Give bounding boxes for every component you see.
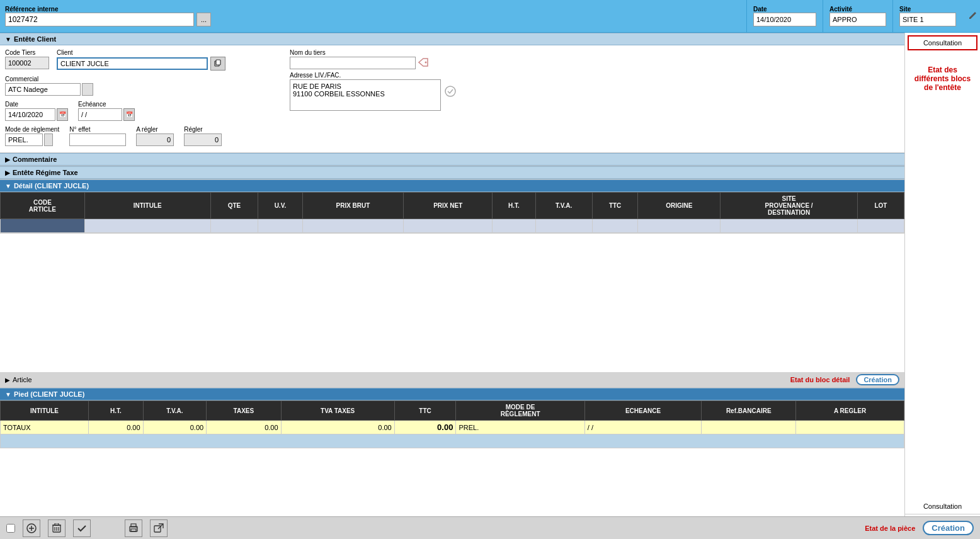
- regler-input[interactable]: [184, 133, 222, 146]
- client-input[interactable]: [57, 57, 208, 70]
- pied-ttc-val: 0.00: [394, 421, 456, 434]
- col-tva: T.V.A.: [535, 193, 592, 219]
- svg-point-3: [445, 86, 455, 96]
- echeance-picker-button[interactable]: 📅: [123, 108, 135, 121]
- echeance-label: Echéance: [78, 101, 135, 108]
- code-tiers-input[interactable]: [5, 57, 49, 69]
- a-regler-group: A régler: [136, 126, 174, 146]
- validate-button[interactable]: [73, 519, 91, 537]
- cell-qte[interactable]: [210, 219, 258, 233]
- trash-icon: [52, 523, 61, 533]
- a-regler-input[interactable]: [136, 133, 174, 146]
- print-button[interactable]: [125, 519, 142, 537]
- cell-prix-brut[interactable]: [302, 219, 404, 233]
- pied-col-tva: T.V.A.: [143, 401, 207, 421]
- pied-ref-banc-val: [702, 421, 796, 434]
- svg-rect-17: [154, 526, 161, 532]
- regime-title: Entête Régime Taxe: [13, 169, 78, 176]
- pied-col-ht: H.T.: [89, 401, 144, 421]
- code-tiers-group: Code Tiers: [5, 49, 49, 69]
- regime-arrow[interactable]: ▶: [5, 169, 10, 176]
- bottom-checkbox[interactable]: [6, 524, 15, 533]
- pied-totaux-label: TOTAUX: [1, 421, 89, 434]
- tag-icon: [418, 58, 430, 67]
- entete-client-title: Entête Client: [14, 35, 56, 43]
- add-button[interactable]: [23, 519, 40, 537]
- cell-prix-net[interactable]: [404, 219, 493, 233]
- commercial-input[interactable]: [5, 83, 81, 96]
- activite-label: Activité: [829, 6, 886, 13]
- svg-point-2: [425, 62, 427, 64]
- copy-icon: [214, 59, 222, 67]
- site-input[interactable]: [899, 13, 956, 26]
- cell-site[interactable]: [721, 219, 857, 233]
- article-title: Article: [13, 376, 32, 383]
- svg-rect-1: [216, 60, 220, 65]
- col-prix-brut: PRIX BRUT: [302, 193, 404, 219]
- pied-col-intitule: INTITULE: [1, 401, 89, 421]
- creation-badge-article[interactable]: Création: [856, 374, 899, 385]
- cell-lot[interactable]: [857, 219, 904, 233]
- commentaire-section: ▶ Commentaire: [0, 153, 904, 166]
- export-button[interactable]: [150, 519, 168, 537]
- col-lot: LOT: [857, 193, 904, 219]
- a-regler-label: A régler: [136, 126, 174, 133]
- pied-ht-val: 0.00: [89, 421, 144, 434]
- article-right: Etat du bloc détail Création: [790, 374, 899, 385]
- client-copy-button[interactable]: [210, 57, 225, 71]
- detail-arrow[interactable]: ▼: [5, 183, 11, 190]
- n-effet-input[interactable]: [69, 133, 126, 146]
- col-uv: U.V.: [258, 193, 302, 219]
- cell-code[interactable]: [1, 219, 85, 233]
- date-input[interactable]: [753, 13, 816, 26]
- ref-input[interactable]: [5, 13, 194, 26]
- date-label: Date: [753, 6, 816, 13]
- consultation-box-entete[interactable]: Consultation: [908, 35, 977, 50]
- creation-badge-bottom[interactable]: Création: [923, 521, 974, 535]
- pied-echeance-val: / /: [584, 421, 701, 434]
- commentaire-title: Commentaire: [13, 156, 57, 163]
- cell-ht[interactable]: [493, 219, 535, 233]
- cell-tva[interactable]: [535, 219, 592, 233]
- article-arrow[interactable]: ▶: [5, 377, 10, 383]
- mode-reglement-input[interactable]: [5, 133, 43, 146]
- cell-intitule[interactable]: [84, 219, 210, 233]
- consultation-commentaire[interactable]: Consultation: [905, 499, 980, 514]
- date-input-entete[interactable]: [5, 108, 55, 121]
- plus-circle-icon: [26, 523, 37, 533]
- delete-button[interactable]: [48, 519, 66, 537]
- pied-arrow[interactable]: ▼: [5, 391, 11, 398]
- commentaire-arrow[interactable]: ▶: [5, 156, 10, 163]
- col-qte: QTE: [210, 193, 258, 219]
- collapse-arrow[interactable]: ▼: [5, 36, 11, 43]
- pied-mode-val: PREL.: [456, 421, 584, 434]
- regler-group: Régler: [184, 126, 222, 146]
- nom-tiers-input[interactable]: [290, 57, 416, 69]
- col-prix-net: PRIX NET: [404, 193, 493, 219]
- consultation-commentaire-label: Consultation: [923, 502, 962, 510]
- nom-tiers-group: Nom du tiers: [290, 49, 456, 69]
- site-label: Site: [899, 6, 956, 13]
- printer-icon: [128, 523, 139, 533]
- pied-col-echeance: ECHEANCE: [584, 401, 701, 421]
- adresse-label: Adresse LIV./FAC.: [290, 72, 456, 79]
- adresse-group: Adresse LIV./FAC. RUE DE PARIS 91100 COR…: [290, 72, 456, 111]
- activite-input[interactable]: [829, 13, 886, 26]
- cell-uv[interactable]: [258, 219, 302, 233]
- check-circle-icon: [445, 86, 456, 97]
- date-picker-button[interactable]: 📅: [57, 108, 68, 121]
- article-left: ▶ Article: [5, 376, 32, 383]
- echeance-input[interactable]: [78, 108, 122, 121]
- edit-icon-button[interactable]: [965, 8, 980, 25]
- bottom-spacer: [0, 448, 904, 471]
- pied-col-ref-banc: Ref.BANCAIRE: [702, 401, 796, 421]
- nom-tiers-label: Nom du tiers: [290, 49, 456, 56]
- ref-dots-button[interactable]: ...: [197, 13, 211, 26]
- pencil-icon: [967, 11, 977, 21]
- right-sidebar: Consultation Etat des différents blocs d…: [904, 33, 980, 539]
- nom-tiers-tag-button[interactable]: [418, 58, 430, 68]
- address-check-button[interactable]: [445, 86, 456, 98]
- cell-ttc[interactable]: [592, 219, 638, 233]
- detail-row-1[interactable]: [1, 219, 904, 233]
- cell-origine[interactable]: [638, 219, 721, 233]
